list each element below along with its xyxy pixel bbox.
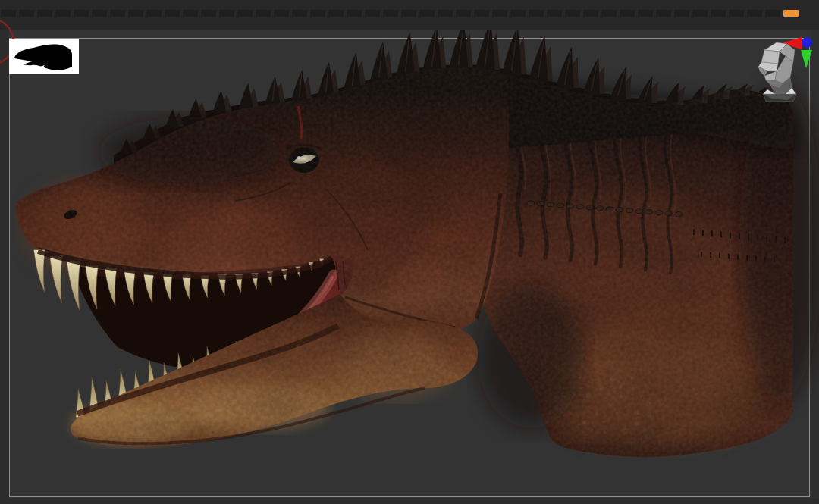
timeline-tick[interactable] — [219, 10, 234, 17]
alpha-thumbnail[interactable] — [9, 39, 79, 74]
timeline-tick[interactable] — [74, 10, 89, 17]
timeline-tick[interactable] — [183, 10, 198, 17]
timeline-tick[interactable] — [347, 10, 362, 17]
timeline-tick[interactable] — [128, 10, 143, 17]
timeline-tick[interactable] — [711, 10, 726, 17]
timeline-marker[interactable] — [783, 10, 799, 17]
timeline-bar — [0, 0, 819, 30]
timeline-tick[interactable] — [328, 10, 344, 17]
timeline-tick[interactable] — [692, 10, 708, 17]
z-axis-dot-icon[interactable] — [802, 37, 812, 48]
timeline-tick[interactable] — [256, 10, 271, 17]
timeline-tick[interactable] — [292, 10, 307, 17]
timeline-tick[interactable] — [383, 10, 398, 17]
timeline-tick[interactable] — [492, 10, 507, 17]
reference-bust-icon[interactable] — [758, 42, 796, 102]
timeline-tick[interactable] — [55, 10, 71, 17]
timeline-tick[interactable] — [620, 10, 635, 17]
timeline-tick[interactable] — [674, 10, 689, 17]
timeline-tick[interactable] — [565, 10, 580, 17]
timeline-tick[interactable] — [601, 10, 617, 17]
bottom-strip — [0, 498, 819, 504]
timeline-tick[interactable] — [510, 10, 526, 17]
timeline-tick[interactable] — [110, 10, 125, 17]
timeline-tick[interactable] — [438, 10, 453, 17]
timeline-tick[interactable] — [547, 10, 562, 17]
timeline-tick[interactable] — [237, 10, 253, 17]
timeline-tick[interactable] — [529, 10, 544, 17]
timeline-tick[interactable] — [37, 10, 52, 17]
timeline-tick[interactable] — [747, 10, 762, 17]
dinosaur-sculpt-model[interactable] — [0, 30, 819, 504]
timeline-tick[interactable] — [638, 10, 653, 17]
timeline-tick[interactable] — [474, 10, 489, 17]
timeline-tick[interactable] — [92, 10, 107, 17]
alpha-silhouette-icon — [9, 39, 79, 74]
timeline-tick[interactable] — [401, 10, 416, 17]
timeline-tick[interactable] — [456, 10, 471, 17]
timeline-tick[interactable] — [310, 10, 325, 17]
timeline-tick[interactable] — [583, 10, 598, 17]
sculpt-viewport[interactable] — [0, 30, 819, 504]
timeline-tick[interactable] — [365, 10, 380, 17]
timeline-tick[interactable] — [165, 10, 180, 17]
timeline-tick[interactable] — [146, 10, 162, 17]
timeline-tick[interactable] — [656, 10, 671, 17]
skin-texture — [0, 30, 819, 504]
timeline-tick[interactable] — [274, 10, 289, 17]
timeline-tick[interactable] — [419, 10, 435, 17]
timeline-tick[interactable] — [765, 10, 780, 17]
sculpt-app-window — [0, 0, 819, 504]
timeline-tick[interactable] — [201, 10, 216, 17]
timeline-tick[interactable] — [729, 10, 744, 17]
